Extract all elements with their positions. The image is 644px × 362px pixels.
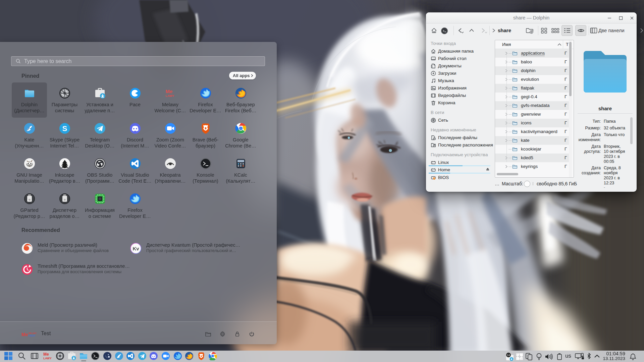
- svg-text:Kv: Kv: [132, 246, 139, 251]
- svg-text:LAWY: LAWY: [166, 94, 174, 98]
- svg-text:MELAWY: MELAWY: [29, 332, 37, 334]
- svg-text:Me: Me: [166, 88, 173, 94]
- svg-text:Me: Me: [43, 352, 49, 357]
- svg-text:S: S: [62, 124, 67, 133]
- svg-text:LAWY: LAWY: [43, 357, 52, 360]
- svg-text:Me: Me: [21, 332, 28, 337]
- svg-text:LINUX: LINUX: [29, 335, 35, 337]
- svg-text:14: 14: [507, 354, 510, 357]
